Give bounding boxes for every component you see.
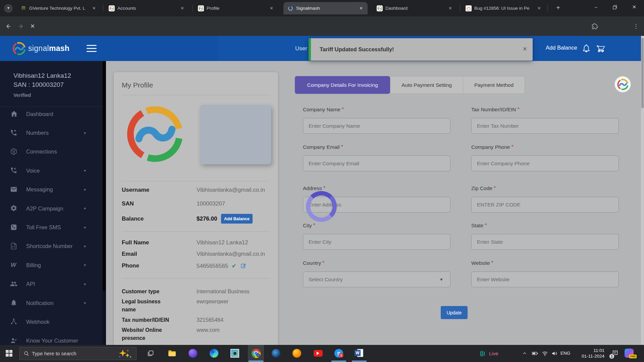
toast-notification: Tariff Updated Successfully! ✕ — [309, 38, 533, 61]
tab-separator — [103, 5, 103, 11]
youtube-icon[interactable] — [313, 349, 323, 358]
sidebar-item-numbers[interactable]: Numbers ▾ — [0, 123, 102, 142]
country-select[interactable]: Select Country▼ — [303, 272, 450, 287]
tab-close-icon[interactable]: ✕ — [91, 5, 97, 11]
sidebar-item-toll-free-sms[interactable]: Toll Free SMS ▾ — [0, 218, 102, 237]
cart-button[interactable] — [596, 44, 606, 53]
photos-icon[interactable] — [230, 349, 239, 358]
san-row: SAN 100003207 — [122, 200, 270, 207]
sidebar-item-shortcode-number[interactable]: Shortcode Number ▾ — [0, 237, 102, 256]
sidebar-item-notification[interactable]: Notification ▾ — [0, 294, 102, 312]
word-icon[interactable]: W — [355, 349, 364, 358]
tab-close-icon[interactable]: ✕ — [447, 5, 453, 11]
language-indicator[interactable]: ENG — [560, 351, 570, 356]
taskbar-search-box[interactable] — [19, 347, 137, 360]
country-label: Country* — [303, 260, 450, 266]
tab-company-details[interactable]: Company Details For Invoicing — [295, 76, 390, 94]
battery-icon[interactable] — [530, 349, 540, 358]
clock[interactable]: 11:01 01-11-2024 — [572, 348, 604, 359]
tab-close-icon[interactable]: ✕ — [358, 5, 364, 11]
browser-toolbar: ✕ signalmash.gventure.info/#/user/user-p… — [0, 16, 644, 36]
firefox-icon[interactable] — [292, 349, 302, 358]
copilot-pre-badge: PRE — [629, 355, 637, 358]
blue-app-icon[interactable] — [271, 349, 281, 358]
sidebar-item-dashboard[interactable]: Dashboard — [0, 105, 102, 123]
tab-auto-payment[interactable]: Auto Payment Setting — [390, 76, 463, 94]
add-balance-link[interactable]: Add Balance — [546, 45, 577, 51]
sidebar-item-connections[interactable]: Connections — [0, 142, 102, 161]
browser-tab-accounts[interactable]: Accounts ✕ — [105, 2, 189, 14]
tab-separator — [460, 5, 460, 11]
website-input[interactable] — [471, 272, 619, 287]
website-value: www.com — [197, 326, 219, 334]
browser-tab-signalmash-active[interactable]: Signalmash ✕ — [283, 2, 368, 14]
sidebar-item-billing[interactable]: W Billing ▾ — [0, 256, 102, 275]
notifications-bell-button[interactable] — [582, 44, 591, 53]
weather-widget[interactable]: Live — [479, 345, 498, 362]
browser-tab-gventure[interactable]: GVenture Technology Pvt. L ✕ — [16, 2, 101, 14]
page-scrollbar[interactable] — [641, 36, 644, 345]
tab-payment-method[interactable]: Payment Method — [463, 76, 525, 94]
sidebar-toggle-button[interactable] — [87, 44, 97, 53]
window-minimize-button[interactable]: − — [588, 0, 604, 14]
file-explorer-icon[interactable] — [167, 349, 177, 358]
browser-tab-dashboard[interactable]: Dashboard ✕ — [373, 2, 457, 14]
customer-type-row: Customer type International Business — [122, 288, 270, 296]
breadcrumb-section[interactable]: User — [295, 45, 307, 52]
window-close-button[interactable]: ✕ — [627, 0, 642, 14]
wifi-icon[interactable] — [540, 349, 549, 358]
tab-close-icon[interactable]: ✕ — [268, 5, 275, 11]
page-scrollbar-thumb[interactable] — [641, 38, 644, 108]
browser-menu-button[interactable]: ⋮ — [630, 20, 642, 32]
tab-close-icon[interactable]: ✕ — [179, 5, 185, 11]
tray-expand-button[interactable] — [520, 349, 529, 358]
forward-button[interactable] — [15, 20, 26, 32]
loading-spinner — [306, 191, 337, 222]
user-avatar[interactable] — [615, 76, 631, 92]
sidebar-item-a2p-campaign[interactable]: A2P Campaign ▾ — [0, 199, 102, 218]
gventure-favicon — [20, 5, 26, 11]
extensions-button[interactable] — [589, 20, 600, 32]
update-button[interactable]: Update — [441, 306, 468, 319]
tab-close-icon[interactable]: ✕ — [536, 5, 542, 11]
sidebar-item-webhook[interactable]: Webhook — [0, 312, 102, 331]
profile-photo-placeholder[interactable] — [200, 105, 271, 164]
company-email-input[interactable] — [303, 156, 450, 171]
website-row: Website/ Online presence www.com — [122, 326, 270, 342]
address-label: Address* — [303, 185, 450, 191]
taskbar-search-input[interactable] — [32, 351, 115, 356]
skype-icon[interactable]: S 1 — [334, 349, 343, 358]
tab-separator — [547, 5, 548, 11]
back-button[interactable] — [3, 20, 14, 32]
sidebar-item-voice[interactable]: Voice ▾ — [0, 161, 102, 180]
tax-number-input[interactable] — [471, 118, 619, 134]
taskbar: v S 1 W Live — [0, 345, 644, 362]
window-restore-button[interactable] — [607, 0, 623, 14]
state-input[interactable] — [471, 234, 619, 250]
zip-code-input[interactable] — [471, 197, 619, 213]
media-app-icon[interactable] — [188, 349, 198, 358]
city-input[interactable] — [303, 234, 450, 250]
stop-loading-button[interactable]: ✕ — [27, 20, 38, 32]
sidebar-scrollbar-thumb[interactable] — [103, 61, 106, 291]
chrome-icon[interactable]: v — [251, 349, 261, 358]
edge-icon[interactable] — [209, 349, 219, 358]
chevron-down-icon: ▾ — [84, 244, 86, 249]
start-button[interactable] — [4, 349, 14, 358]
sidebar-item-messaging[interactable]: Messaging ▾ — [0, 180, 102, 199]
task-view-button[interactable] — [146, 349, 155, 358]
company-name-input[interactable] — [303, 118, 450, 134]
browser-tab-profile[interactable]: Profile ✕ — [194, 2, 278, 14]
tab-search-button[interactable]: ▾ — [4, 4, 13, 13]
add-balance-button[interactable]: Add Balance — [221, 214, 253, 224]
company-phone-input[interactable] — [471, 156, 619, 171]
browser-tab-bug[interactable]: Bug #12856: UI Issue in Pe ✕ — [462, 2, 546, 14]
new-tab-button[interactable]: + — [553, 3, 563, 13]
word-running-indicator — [352, 361, 367, 362]
edit-phone-icon[interactable] — [240, 263, 247, 269]
sidebar-scrollbar[interactable] — [102, 61, 106, 345]
sidebar-item-api[interactable]: API ▾ — [0, 275, 102, 294]
toast-close-icon[interactable]: ✕ — [523, 46, 527, 53]
tab-title: GVenture Technology Pvt. L — [29, 6, 89, 11]
volume-icon[interactable] — [550, 349, 559, 358]
